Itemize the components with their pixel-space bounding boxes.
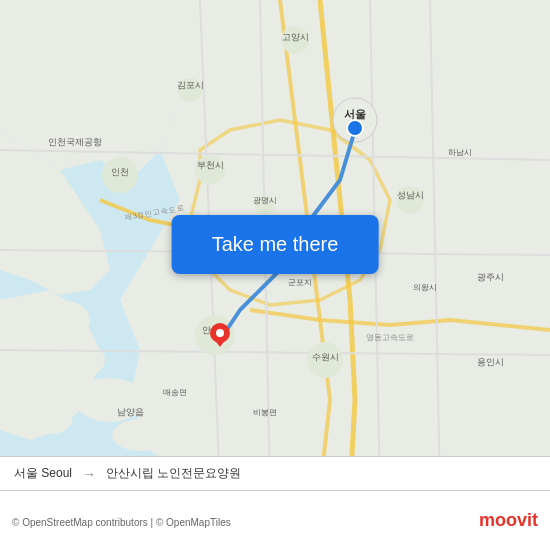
svg-text:인천국제공항: 인천국제공항 <box>48 137 102 147</box>
origin-label: 서울 Seoul <box>14 465 72 482</box>
attribution-text: © OpenStreetMap contributors | © OpenMap… <box>12 512 231 530</box>
svg-text:남양읍: 남양읍 <box>117 407 144 417</box>
map-container: 고양시 김포시 인천 인천국제공항 부천시 광명시 서울 성남시 하남시 수원시… <box>0 0 550 490</box>
svg-text:용인시: 용인시 <box>477 357 504 367</box>
svg-text:광주시: 광주시 <box>477 272 504 282</box>
svg-text:비봉면: 비봉면 <box>253 408 277 417</box>
svg-text:군포지: 군포지 <box>288 278 312 287</box>
moovit-logo: moovit <box>479 510 538 531</box>
svg-text:부천시: 부천시 <box>197 160 224 170</box>
route-info-bar: 서울 Seoul → 안산시립 노인전문요양원 <box>0 456 550 490</box>
svg-point-5 <box>28 406 72 434</box>
svg-text:광명시: 광명시 <box>253 196 277 205</box>
svg-text:매송면: 매송면 <box>163 388 187 397</box>
route-arrow: → <box>82 466 96 482</box>
svg-text:김포시: 김포시 <box>177 80 204 90</box>
svg-text:성남시: 성남시 <box>397 190 424 200</box>
svg-text:영동고속도로: 영동고속도로 <box>366 333 414 342</box>
svg-point-47 <box>216 329 224 337</box>
svg-text:인천: 인천 <box>111 167 129 177</box>
moovit-logo-text: moovit <box>479 510 538 531</box>
svg-point-3 <box>55 342 105 378</box>
take-me-there-button[interactable]: Take me there <box>172 215 379 274</box>
svg-point-2 <box>0 355 40 385</box>
bottom-bar: © OpenStreetMap contributors | © OpenMap… <box>0 490 550 550</box>
svg-point-44 <box>347 120 363 136</box>
svg-text:고양시: 고양시 <box>282 32 309 42</box>
svg-point-1 <box>30 300 90 340</box>
svg-text:의왕시: 의왕시 <box>413 283 437 292</box>
svg-text:수원시: 수원시 <box>312 352 339 362</box>
svg-text:하남시: 하남시 <box>448 148 472 157</box>
svg-point-6 <box>112 419 168 451</box>
destination-label: 안산시립 노인전문요양원 <box>106 465 241 482</box>
svg-text:서울: 서울 <box>344 108 366 120</box>
